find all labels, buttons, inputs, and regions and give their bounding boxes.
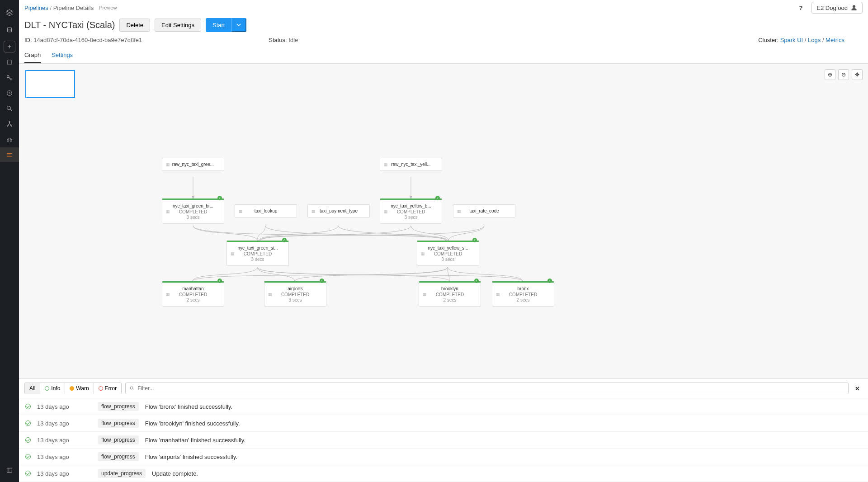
user-label: E2 Dogfood bbox=[816, 5, 848, 11]
node-raw-yellow[interactable]: ▦raw_nyc_taxi_yell... bbox=[380, 158, 442, 171]
page-title: DLT - NYCTaxi (Scala) bbox=[24, 20, 115, 30]
filter-all[interactable]: All bbox=[25, 383, 40, 394]
svg-line-22 bbox=[133, 389, 134, 391]
node-yellow-b[interactable]: ✓▦nyc_taxi_yellow_b...COMPLETED3 secs bbox=[380, 198, 442, 224]
log-type: flow_progress bbox=[98, 435, 139, 444]
log-search[interactable] bbox=[125, 383, 849, 394]
filter-warn[interactable]: Warn bbox=[65, 383, 94, 394]
success-icon bbox=[25, 437, 31, 443]
preview-badge: Preview bbox=[99, 5, 117, 10]
log-message: Flow 'airports' finished successfully. bbox=[145, 454, 237, 460]
help-icon[interactable]: ? bbox=[795, 5, 806, 11]
header: DLT - NYCTaxi (Scala) Delete Edit Settin… bbox=[19, 15, 868, 35]
filter-info[interactable]: Info bbox=[40, 383, 65, 394]
svg-point-21 bbox=[130, 387, 133, 389]
node-green-si[interactable]: ✓▦nyc_taxi_green_si...COMPLETED3 secs bbox=[226, 241, 289, 266]
zoom-out-icon[interactable]: ⊖ bbox=[838, 69, 849, 80]
node-yellow-s[interactable]: ✓▦nyc_taxi_yellow_s...COMPLETED3 secs bbox=[417, 241, 479, 266]
log-message: Flow 'manhattan' finished successfully. bbox=[145, 437, 245, 444]
log-time: 13 days ago bbox=[37, 420, 91, 427]
tab-graph[interactable]: Graph bbox=[24, 48, 41, 63]
sidebar-item-search[interactable] bbox=[0, 101, 19, 116]
log-time: 13 days ago bbox=[37, 403, 91, 410]
pipeline-id: ID: 14ad87cf-70da-4160-8ecd-ba9e7e7d8fe1 bbox=[24, 37, 142, 43]
sidebar-item-lineage[interactable] bbox=[0, 117, 19, 131]
sidebar-item-compute[interactable] bbox=[0, 132, 19, 146]
edit-settings-button[interactable]: Edit Settings bbox=[155, 19, 201, 32]
sidebar-item-pipelines[interactable] bbox=[0, 147, 19, 162]
graph-controls: ⊕ ⊖ ✥ bbox=[825, 69, 863, 80]
success-icon bbox=[25, 421, 31, 426]
log-type: flow_progress bbox=[98, 452, 139, 461]
node-green-br[interactable]: ✓▦nyc_taxi_green_br...COMPLETED3 secs bbox=[162, 198, 224, 224]
node-airports[interactable]: ✓▦airportsCOMPLETED3 secs bbox=[264, 281, 326, 307]
graph-area[interactable]: ⊕ ⊖ ✥ bbox=[19, 64, 868, 379]
sidebar-item-history[interactable] bbox=[0, 86, 19, 100]
tab-settings[interactable]: Settings bbox=[52, 48, 73, 63]
start-button[interactable]: Start bbox=[206, 18, 231, 32]
sidebar-item-collapse[interactable] bbox=[0, 463, 19, 477]
node-raw-green[interactable]: ▦raw_nyc_taxi_gree... bbox=[162, 158, 224, 171]
logo-icon[interactable] bbox=[0, 4, 19, 22]
breadcrumb-root[interactable]: Pipelines bbox=[24, 5, 48, 11]
breadcrumb: Pipelines / Pipeline Details bbox=[24, 5, 94, 11]
delete-button[interactable]: Delete bbox=[119, 19, 150, 32]
start-dropdown[interactable] bbox=[231, 18, 246, 32]
node-payment[interactable]: ▦taxi_payment_type bbox=[307, 204, 370, 217]
fit-icon[interactable]: ✥ bbox=[852, 69, 863, 80]
log-type: flow_progress bbox=[98, 419, 139, 428]
svg-line-9 bbox=[10, 109, 12, 111]
log-message: Flow 'brooklyn' finished successfully. bbox=[145, 420, 240, 427]
log-row[interactable]: 13 days agoflow_progressFlow 'manhattan'… bbox=[19, 432, 868, 449]
log-filter-group: All Info Warn Error bbox=[24, 383, 122, 394]
sidebar-item-workflows[interactable] bbox=[0, 71, 19, 85]
svg-point-11 bbox=[7, 125, 9, 127]
logs-link[interactable]: Logs bbox=[808, 37, 821, 43]
log-time: 13 days ago bbox=[37, 437, 91, 444]
node-lookup[interactable]: ▦taxi_lookup bbox=[235, 204, 297, 217]
add-button[interactable] bbox=[4, 41, 15, 52]
meta-row: ID: 14ad87cf-70da-4160-8ecd-ba9e7e7d8fe1… bbox=[19, 35, 868, 48]
filter-error[interactable]: Error bbox=[94, 383, 122, 394]
node-brooklyn[interactable]: ✓▦brooklynCOMPLETED2 secs bbox=[419, 281, 481, 307]
zoom-in-icon[interactable]: ⊕ bbox=[825, 69, 835, 80]
user-icon bbox=[850, 4, 858, 11]
success-icon bbox=[25, 404, 31, 409]
topbar: Pipelines / Pipeline Details Preview ? E… bbox=[19, 0, 868, 15]
tabs: Graph Settings bbox=[19, 48, 868, 64]
log-pane: All Info Warn Error ✕ 13 days agoflow_pr… bbox=[19, 379, 868, 482]
svg-point-8 bbox=[7, 106, 11, 110]
sidebar: D bbox=[0, 0, 19, 482]
search-icon bbox=[129, 386, 135, 391]
svg-text:D: D bbox=[9, 28, 11, 32]
log-search-input[interactable] bbox=[137, 385, 844, 392]
log-time: 13 days ago bbox=[37, 454, 91, 460]
svg-rect-6 bbox=[10, 78, 12, 80]
node-bronx[interactable]: ✓▦bronxCOMPLETED2 secs bbox=[492, 281, 554, 307]
log-row[interactable]: 13 days agoflow_progressFlow 'bronx' fin… bbox=[19, 398, 868, 415]
svg-point-12 bbox=[11, 125, 12, 127]
user-menu[interactable]: E2 Dogfood bbox=[811, 2, 863, 14]
log-message: Update complete. bbox=[152, 470, 198, 477]
graph-edges bbox=[19, 64, 868, 378]
log-type: update_progress bbox=[98, 469, 146, 478]
spark-ui-link[interactable]: Spark UI bbox=[780, 37, 803, 43]
breadcrumb-current: Pipeline Details bbox=[53, 5, 94, 11]
sidebar-item-notebook[interactable] bbox=[0, 55, 19, 70]
metrics-link[interactable]: Metrics bbox=[826, 37, 844, 43]
node-manhattan[interactable]: ✓▦manhattanCOMPLETED2 secs bbox=[162, 281, 224, 307]
sidebar-item-data[interactable]: D bbox=[0, 23, 19, 37]
node-rate[interactable]: ▦taxi_rate_code bbox=[453, 204, 515, 217]
success-icon bbox=[25, 454, 31, 459]
minimap[interactable] bbox=[25, 70, 75, 98]
log-row[interactable]: 13 days agoflow_progressFlow 'airports' … bbox=[19, 449, 868, 465]
close-log-filter[interactable]: ✕ bbox=[852, 385, 863, 392]
log-row[interactable]: 13 days agoupdate_progressUpdate complet… bbox=[19, 465, 868, 482]
svg-rect-18 bbox=[7, 468, 12, 472]
log-rows: 13 days agoflow_progressFlow 'bronx' fin… bbox=[19, 398, 868, 482]
svg-point-20 bbox=[853, 5, 855, 8]
log-type: flow_progress bbox=[98, 402, 139, 411]
cluster-links: Cluster: Spark UI / Logs / Metrics bbox=[758, 37, 844, 43]
log-row[interactable]: 13 days agoflow_progressFlow 'brooklyn' … bbox=[19, 415, 868, 432]
log-toolbar: All Info Warn Error ✕ bbox=[19, 379, 868, 398]
